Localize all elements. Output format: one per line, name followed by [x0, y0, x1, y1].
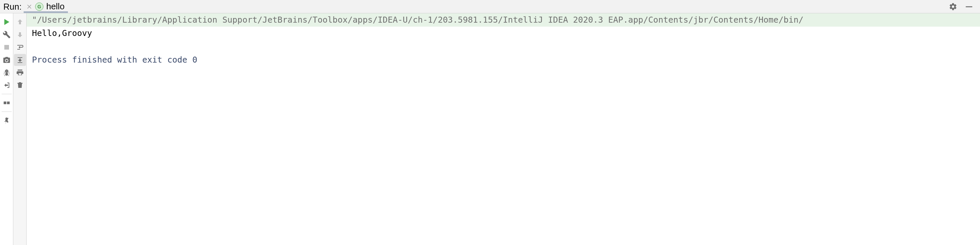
- dump-threads-button[interactable]: [1, 54, 13, 66]
- console-command-line: "/Users/jetbrains/Library/Application Su…: [27, 13, 980, 27]
- run-tool-window-header: Run: G hello: [0, 0, 980, 13]
- minimize-icon[interactable]: [964, 2, 974, 12]
- console-output[interactable]: "/Users/jetbrains/Library/Application Su…: [27, 13, 980, 245]
- run-panel-title: Run:: [0, 0, 24, 13]
- gear-icon[interactable]: [948, 2, 958, 12]
- debugger-button[interactable]: [1, 67, 13, 78]
- gutter-separator: [2, 111, 12, 112]
- exit-button[interactable]: [1, 79, 13, 91]
- secondary-action-gutter: [13, 13, 27, 245]
- console-stdout-line: Hello,Groovy: [27, 27, 980, 40]
- close-icon[interactable]: [25, 3, 33, 10]
- print-icon[interactable]: [14, 67, 26, 78]
- run-tab-hello[interactable]: G hello: [24, 0, 68, 13]
- svg-rect-5: [4, 102, 6, 104]
- groovy-icon: G: [35, 2, 44, 11]
- svg-rect-2: [966, 6, 972, 7]
- trash-icon[interactable]: [14, 79, 26, 91]
- run-tabs: G hello: [24, 0, 948, 13]
- run-tool-window-body: "/Users/jetbrains/Library/Application Su…: [0, 13, 980, 245]
- stop-button[interactable]: [1, 41, 13, 53]
- svg-rect-4: [5, 73, 8, 76]
- primary-action-gutter: [0, 13, 13, 245]
- rerun-button[interactable]: [1, 16, 13, 28]
- gutter-separator: [2, 94, 12, 94]
- header-actions: [948, 2, 976, 12]
- console-exit-line: Process finished with exit code 0: [27, 53, 980, 67]
- console-blank-line: [27, 40, 980, 53]
- layout-button[interactable]: [1, 97, 13, 109]
- run-tab-label: hello: [46, 2, 65, 12]
- arrow-up-icon[interactable]: [14, 16, 26, 28]
- build-button[interactable]: [1, 29, 13, 41]
- pin-button[interactable]: [1, 115, 13, 126]
- svg-rect-3: [4, 45, 9, 49]
- svg-rect-6: [7, 102, 10, 104]
- scroll-to-end-icon[interactable]: [14, 54, 26, 66]
- arrow-down-icon[interactable]: [14, 29, 26, 41]
- softwrap-icon[interactable]: [14, 41, 26, 53]
- svg-text:G: G: [37, 4, 41, 9]
